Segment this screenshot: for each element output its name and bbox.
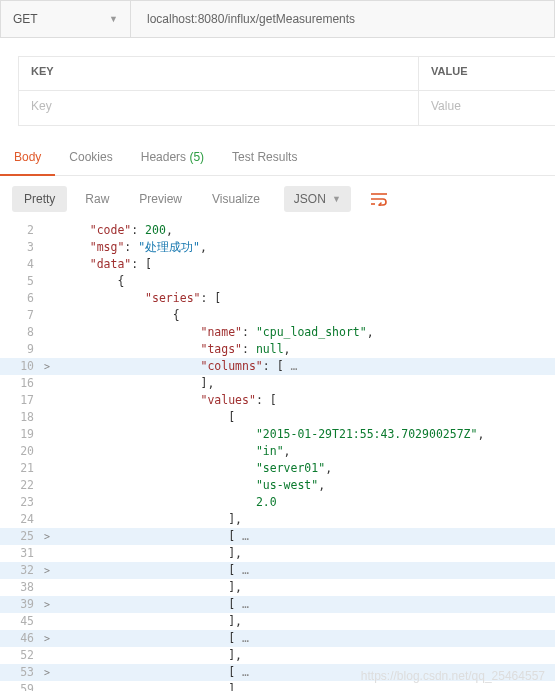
line-number: 5 [27, 273, 34, 290]
view-pretty[interactable]: Pretty [12, 186, 67, 212]
gutter-row: 20 [0, 443, 54, 460]
line-number: 45 [20, 613, 34, 630]
gutter-row: 4 [0, 256, 54, 273]
code-line: "series": [ [54, 290, 555, 307]
response-tabs: Body Cookies Headers (5) Test Results [0, 142, 555, 176]
line-number: 22 [20, 477, 34, 494]
gutter-row: 6 [0, 290, 54, 307]
gutter-row: 2 [0, 222, 54, 239]
view-mode-bar: Pretty Raw Preview Visualize JSON ▼ [0, 176, 555, 222]
line-number: 21 [20, 460, 34, 477]
gutter-row: 25> [0, 528, 54, 545]
response-body[interactable]: 2345678910>16171819202122232425>3132>383… [0, 222, 555, 691]
method-value: GET [13, 12, 38, 26]
tab-body[interactable]: Body [0, 142, 55, 176]
code-line: ], [54, 579, 555, 596]
line-number: 18 [20, 409, 34, 426]
line-gutter: 2345678910>16171819202122232425>3132>383… [0, 222, 54, 691]
fold-toggle-icon[interactable]: > [40, 528, 50, 545]
gutter-row: 45 [0, 613, 54, 630]
method-select[interactable]: GET ▼ [1, 1, 131, 37]
line-number: 23 [20, 494, 34, 511]
url-input[interactable]: localhost:8080/influx/getMeasurements [131, 1, 554, 37]
gutter-row: 22 [0, 477, 54, 494]
fold-toggle-icon[interactable]: > [40, 562, 50, 579]
line-number: 7 [27, 307, 34, 324]
gutter-row: 59 [0, 681, 54, 691]
view-visualize[interactable]: Visualize [200, 186, 272, 212]
fold-toggle-icon[interactable]: > [40, 358, 50, 375]
code-line: "data": [ [54, 256, 555, 273]
line-number: 2 [27, 222, 34, 239]
gutter-row: 16 [0, 375, 54, 392]
code-line: ] [54, 681, 555, 691]
line-number: 6 [27, 290, 34, 307]
line-number: 39 [20, 596, 34, 613]
gutter-row: 53> [0, 664, 54, 681]
tab-headers[interactable]: Headers (5) [127, 142, 218, 175]
code-line: ], [54, 545, 555, 562]
params-value-input[interactable]: Value [419, 91, 555, 125]
params-input-row[interactable]: Key Value [19, 91, 555, 125]
line-number: 3 [27, 239, 34, 256]
params-key-input[interactable]: Key [19, 91, 419, 125]
line-number: 8 [27, 324, 34, 341]
line-number: 17 [20, 392, 34, 409]
code-line: [ [54, 409, 555, 426]
code-line: "server01", [54, 460, 555, 477]
line-number: 53 [20, 664, 34, 681]
gutter-row: 46> [0, 630, 54, 647]
gutter-row: 18 [0, 409, 54, 426]
code-line: [ … [54, 596, 555, 613]
code-line: [ … [54, 528, 555, 545]
code-line: "name": "cpu_load_short", [54, 324, 555, 341]
line-number: 31 [20, 545, 34, 562]
format-select[interactable]: JSON ▼ [284, 186, 351, 212]
code-line: "values": [ [54, 392, 555, 409]
chevron-down-icon: ▼ [332, 194, 341, 204]
code-line: "columns": [ … [54, 358, 555, 375]
code-line: "code": 200, [54, 222, 555, 239]
chevron-down-icon: ▼ [109, 14, 118, 24]
line-number: 4 [27, 256, 34, 273]
code-line: ], [54, 375, 555, 392]
gutter-row: 7 [0, 307, 54, 324]
code-line: "2015-01-29T21:55:43.702900257Z", [54, 426, 555, 443]
format-value: JSON [294, 192, 326, 206]
gutter-row: 10> [0, 358, 54, 375]
params-col-value: VALUE [419, 57, 555, 90]
line-number: 46 [20, 630, 34, 647]
fold-toggle-icon[interactable]: > [40, 664, 50, 681]
code-line: ], [54, 511, 555, 528]
gutter-row: 39> [0, 596, 54, 613]
params-table: KEY VALUE Key Value [18, 56, 555, 126]
fold-toggle-icon[interactable]: > [40, 630, 50, 647]
gutter-row: 32> [0, 562, 54, 579]
code-line: [ … [54, 664, 555, 681]
fold-toggle-icon[interactable]: > [40, 596, 50, 613]
url-text: localhost:8080/influx/getMeasurements [147, 12, 355, 26]
wrap-lines-icon[interactable] [367, 189, 391, 209]
line-number: 9 [27, 341, 34, 358]
gutter-row: 38 [0, 579, 54, 596]
code-line: 2.0 [54, 494, 555, 511]
view-preview[interactable]: Preview [127, 186, 194, 212]
tab-test-results[interactable]: Test Results [218, 142, 311, 175]
line-number: 19 [20, 426, 34, 443]
gutter-row: 5 [0, 273, 54, 290]
code-line: "in", [54, 443, 555, 460]
line-number: 25 [20, 528, 34, 545]
code-line: { [54, 307, 555, 324]
code-line: [ … [54, 562, 555, 579]
view-raw[interactable]: Raw [73, 186, 121, 212]
gutter-row: 21 [0, 460, 54, 477]
code-line: "msg": "处理成功", [54, 239, 555, 256]
code-lines[interactable]: "code": 200, "msg": "处理成功", "data": [ { … [54, 222, 555, 691]
gutter-row: 31 [0, 545, 54, 562]
tab-cookies[interactable]: Cookies [55, 142, 126, 175]
line-number: 52 [20, 647, 34, 664]
line-number: 10 [20, 358, 34, 375]
params-col-key: KEY [19, 57, 419, 90]
tab-headers-label: Headers [141, 150, 186, 164]
line-number: 16 [20, 375, 34, 392]
